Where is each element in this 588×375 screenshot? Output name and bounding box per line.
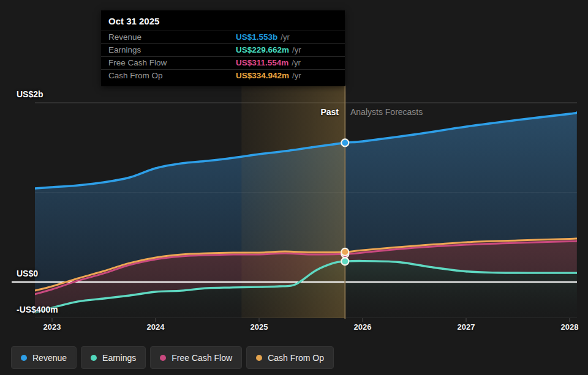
revenue-marker bbox=[341, 139, 349, 146]
legend-label: Free Cash Flow bbox=[172, 353, 232, 363]
earnings-revenue-growth-chart: US$2bUS$0-US$400m 2023202420252026202720… bbox=[0, 0, 588, 375]
past-label: Past bbox=[284, 107, 339, 117]
x-axis-label-2028: 2028 bbox=[551, 322, 588, 332]
tooltip-value: US$229.662m/yr bbox=[236, 44, 301, 56]
legend-item-earnings[interactable]: Earnings bbox=[81, 346, 146, 369]
x-axis-label-2023: 2023 bbox=[34, 322, 70, 332]
legend-item-revenue[interactable]: Revenue bbox=[11, 346, 77, 369]
tooltip-value: US$334.942m/yr bbox=[236, 70, 301, 82]
x-axis-label-2026: 2026 bbox=[344, 322, 381, 332]
tooltip-value-suffix: /yr bbox=[292, 45, 301, 54]
past-year-highlight bbox=[241, 86, 345, 318]
earnings-dot-icon bbox=[91, 355, 97, 361]
y-axis-label: US$2b bbox=[17, 89, 43, 99]
x-axis-label-2025: 2025 bbox=[241, 322, 277, 332]
tooltip-value-suffix: /yr bbox=[292, 71, 301, 80]
y-axis-label: US$0 bbox=[17, 269, 38, 278]
legend-label: Earnings bbox=[102, 353, 136, 363]
revenue-dot-icon bbox=[21, 355, 27, 361]
cashop-marker bbox=[341, 248, 349, 256]
legend-label: Revenue bbox=[32, 353, 67, 363]
y-axis-label: -US$400m bbox=[17, 305, 58, 314]
tooltip-date: Oct 31 2025 bbox=[101, 10, 345, 31]
tooltip-value-suffix: /yr bbox=[292, 58, 300, 67]
tooltip-value-suffix: /yr bbox=[281, 32, 289, 42]
tooltip-rows: RevenueUS$1.553b/yrEarningsUS$229.662m/y… bbox=[101, 31, 345, 82]
x-axis-label-2024: 2024 bbox=[137, 322, 174, 332]
tooltip-row-cashop: Cash From OpUS$334.942m/yr bbox=[101, 69, 345, 82]
tooltip: Oct 31 2025 RevenueUS$1.553b/yrEarningsU… bbox=[101, 10, 345, 86]
analysts-forecasts-label: Analysts Forecasts bbox=[350, 107, 423, 117]
legend: RevenueEarningsFree Cash FlowCash From O… bbox=[11, 346, 334, 369]
x-axis-label-2027: 2027 bbox=[448, 322, 484, 332]
earnings-marker bbox=[341, 258, 349, 265]
tooltip-label: Earnings bbox=[108, 45, 141, 54]
tooltip-label: Revenue bbox=[108, 32, 141, 42]
legend-item-fcf[interactable]: Free Cash Flow bbox=[150, 346, 242, 369]
tooltip-label: Cash From Op bbox=[108, 71, 163, 80]
tooltip-row-revenue: RevenueUS$1.553b/yr bbox=[101, 31, 345, 43]
legend-label: Cash From Op bbox=[268, 353, 324, 363]
tooltip-value: US$1.553b/yr bbox=[236, 31, 290, 43]
tooltip-row-fcf: Free Cash FlowUS$311.554m/yr bbox=[101, 56, 345, 69]
legend-item-cashop[interactable]: Cash From Op bbox=[246, 346, 334, 369]
cashop-dot-icon bbox=[256, 355, 262, 361]
tooltip-value: US$311.554m/yr bbox=[236, 57, 301, 69]
fcf-dot-icon bbox=[160, 355, 166, 361]
tooltip-row-earnings: EarningsUS$229.662m/yr bbox=[101, 43, 345, 56]
tooltip-label: Free Cash Flow bbox=[108, 58, 167, 67]
